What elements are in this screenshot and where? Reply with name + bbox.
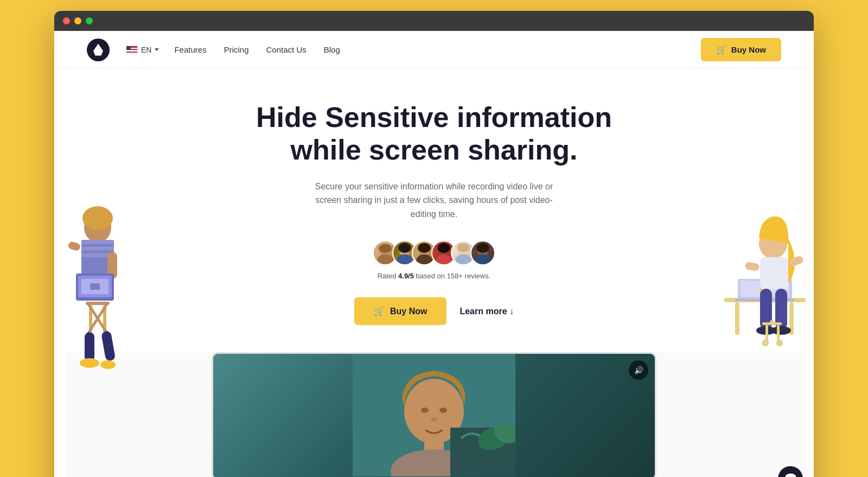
svg-rect-3	[81, 240, 114, 244]
flag-icon	[126, 46, 138, 54]
rating-text: Rated 4.9/5 based on 158+ reviews.	[65, 272, 803, 280]
svg-point-19	[80, 358, 99, 368]
nav-item-blog[interactable]: Blog	[324, 45, 340, 55]
learn-more-label: Learn more ↓	[459, 307, 514, 316]
cta-row: 🛒 Buy Now Learn more ↓	[65, 297, 803, 325]
sound-icon: 🔊	[634, 366, 643, 374]
svg-rect-6	[67, 241, 81, 251]
lang-label: EN	[141, 46, 151, 54]
nav-item-pricing[interactable]: Pricing	[224, 45, 249, 55]
hero-section: Hide Sensitive information while screen …	[54, 69, 814, 477]
nav-item-features[interactable]: Features	[174, 45, 206, 55]
svg-point-1	[82, 206, 113, 230]
video-placeholder: 🔊	[213, 354, 655, 477]
svg-point-66	[431, 417, 437, 422]
svg-rect-11	[90, 283, 100, 290]
avatar-group	[373, 240, 495, 265]
buy-now-label: Buy Now	[731, 45, 766, 54]
svg-rect-30	[745, 262, 760, 271]
traffic-light-green[interactable]	[86, 17, 93, 24]
svg-point-64	[421, 408, 429, 413]
chevron-down-icon	[155, 48, 159, 51]
svg-rect-4	[81, 246, 114, 251]
hero-title-line2: while screen sharing.	[291, 134, 578, 166]
cart-icon: 🛒	[716, 44, 727, 55]
nav-links: Features Pricing Contact Us Blog	[174, 45, 340, 55]
svg-point-35	[771, 326, 791, 335]
svg-rect-18	[101, 330, 116, 361]
hero-buy-label: Buy Now	[390, 307, 427, 316]
browser-chrome	[54, 11, 814, 31]
traffic-light-yellow[interactable]	[74, 17, 81, 24]
svg-point-65	[439, 408, 447, 413]
svg-rect-38	[765, 325, 768, 341]
svg-point-46	[397, 255, 412, 264]
video-content	[213, 354, 655, 477]
svg-point-56	[457, 243, 470, 252]
svg-point-47	[398, 243, 411, 253]
nav-item-contact[interactable]: Contact Us	[266, 45, 307, 55]
lang-selector[interactable]: EN	[126, 46, 159, 54]
hero-title-line1: Hide Sensitive information	[256, 101, 612, 133]
buy-now-button[interactable]: 🛒 Buy Now	[701, 38, 781, 61]
hero-buy-button[interactable]: 🛒 Buy Now	[354, 297, 446, 325]
learn-more-button[interactable]: Learn more ↓	[459, 307, 514, 316]
left-person-illustration	[65, 198, 130, 373]
svg-point-20	[100, 360, 116, 369]
nav-link-contact[interactable]: Contact Us	[266, 45, 307, 54]
logo-drop-icon	[93, 44, 103, 56]
person-in-video	[353, 354, 515, 477]
svg-rect-22	[735, 302, 739, 335]
rating-value: 4.9/5	[398, 272, 414, 280]
nav-link-pricing[interactable]: Pricing	[224, 45, 249, 54]
rating-prefix: Rated	[378, 272, 398, 280]
svg-point-41	[776, 340, 783, 346]
svg-rect-39	[777, 325, 780, 341]
svg-point-44	[379, 244, 392, 253]
svg-point-40	[762, 340, 769, 346]
svg-rect-29	[760, 257, 788, 290]
browser-content: EN Features Pricing Contact Us Blog 🛒 Bu…	[54, 31, 814, 477]
video-section: 🔊	[65, 352, 803, 477]
svg-point-52	[436, 255, 451, 264]
svg-point-59	[476, 243, 489, 253]
avatars-row	[65, 240, 803, 265]
hero-cart-icon: 🛒	[374, 306, 385, 316]
rating-suffix: based on 158+ reviews.	[414, 272, 490, 280]
video-container[interactable]: 🔊	[212, 352, 656, 477]
nav-link-blog[interactable]: Blog	[324, 45, 340, 54]
svg-point-55	[455, 255, 471, 264]
svg-point-49	[416, 255, 432, 264]
svg-point-53	[437, 243, 450, 253]
navbar: EN Features Pricing Contact Us Blog 🛒 Bu…	[54, 31, 814, 69]
traffic-light-red[interactable]	[63, 17, 70, 24]
svg-point-43	[377, 255, 393, 264]
hero-subtitle: Secure your sensitive information while …	[309, 180, 559, 221]
nav-link-features[interactable]: Features	[174, 45, 206, 54]
browser-window: EN Features Pricing Contact Us Blog 🛒 Bu…	[54, 11, 814, 477]
svg-point-58	[475, 255, 490, 264]
svg-point-50	[418, 243, 431, 253]
logo[interactable]	[87, 39, 110, 61]
svg-rect-37	[762, 322, 782, 325]
hero-title: Hide Sensitive information while screen …	[244, 101, 624, 167]
right-person-illustration	[708, 203, 806, 368]
chat-icon: 💬	[784, 472, 797, 477]
svg-rect-17	[85, 332, 94, 362]
avatar-6	[470, 240, 495, 265]
